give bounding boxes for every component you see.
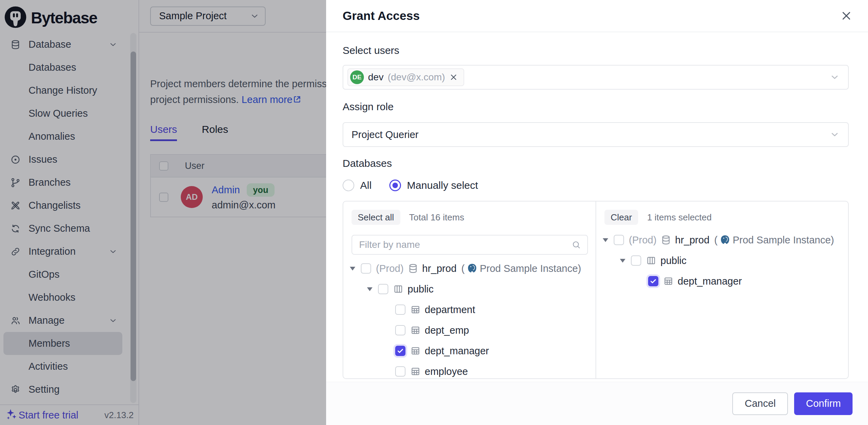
select-all-button[interactable]: Select all [352, 210, 400, 225]
node-label: dept_manager [425, 345, 489, 357]
node-label: dept_manager [678, 276, 742, 287]
chevron-down-icon [830, 129, 840, 140]
radio-option-manually-select[interactable]: Manually select [389, 180, 478, 191]
selected-items-label: 1 items selected [647, 212, 712, 223]
modal-header: Grant Access [326, 0, 868, 32]
environment-label: (Prod) [629, 234, 657, 246]
user-chip: DE dev (dev@x.com) [347, 68, 464, 86]
assign-role-label: Assign role [343, 101, 849, 113]
modal-body: Select users DE dev (dev@x.com) Assign r… [326, 32, 868, 379]
checkbox[interactable] [361, 263, 371, 274]
checkbox[interactable] [395, 305, 405, 315]
source-node-dept-manager[interactable]: dept_manager [343, 341, 596, 361]
checkbox[interactable] [614, 235, 624, 245]
source-node-dept-emp[interactable]: dept_emp [343, 320, 596, 341]
checkbox[interactable] [395, 325, 405, 335]
transfer-source-panel: Select all Total 16 items (Prod)hr_prod(… [343, 202, 596, 378]
table-icon [663, 276, 674, 286]
node-label: public [660, 255, 687, 266]
caret-down-icon[interactable] [603, 238, 611, 242]
filter-input[interactable] [359, 239, 571, 250]
source-tree: (Prod)hr_prod(Prod Sample Instance)publi… [343, 258, 596, 378]
database-transfer-panel: Select all Total 16 items (Prod)hr_prod(… [343, 201, 849, 379]
chevron-down-icon [830, 72, 840, 82]
checkbox[interactable] [395, 346, 405, 356]
transfer-target-panel: Clear 1 items selected (Prod)hr_prod(Pro… [596, 202, 848, 378]
source-node-department[interactable]: department [343, 299, 596, 320]
avatar: DE [350, 70, 364, 84]
radio-option-all[interactable]: All [343, 180, 371, 191]
radio-icon[interactable] [389, 180, 401, 191]
table-icon [410, 325, 421, 335]
assign-role-select[interactable]: Project Querier [343, 122, 849, 147]
instance-label: (Prod Sample Instance) [714, 234, 834, 246]
total-items-label: Total 16 items [409, 212, 464, 223]
postgresql-icon [720, 234, 731, 245]
checkbox[interactable] [648, 276, 658, 286]
close-icon[interactable] [840, 9, 853, 22]
source-node-hr-prod[interactable]: (Prod)hr_prod(Prod Sample Instance) [343, 258, 596, 279]
grant-access-modal: Grant Access Select users DE dev (dev@x.… [326, 0, 868, 425]
schema-icon [646, 255, 656, 266]
environment-label: (Prod) [376, 263, 404, 274]
select-users-input[interactable]: DE dev (dev@x.com) [343, 65, 849, 90]
clear-button[interactable]: Clear [604, 210, 638, 225]
node-label: employee [425, 366, 468, 377]
caret-down-icon[interactable] [367, 287, 375, 291]
node-label: hr_prod [675, 234, 710, 246]
filter-input-wrapper [352, 235, 588, 255]
confirm-button[interactable]: Confirm [794, 392, 853, 415]
table-icon [410, 366, 421, 377]
checkbox[interactable] [395, 366, 405, 377]
chip-email: (dev@x.com) [388, 72, 445, 83]
select-users-label: Select users [343, 45, 849, 56]
node-label: department [425, 304, 475, 315]
caret-down-icon[interactable] [620, 259, 628, 263]
postgresql-icon [467, 263, 478, 274]
target-node-hr-prod[interactable]: (Prod)hr_prod(Prod Sample Instance) [596, 230, 848, 250]
radio-label: Manually select [407, 180, 478, 191]
source-node-public[interactable]: public [343, 279, 596, 299]
radio-label: All [360, 180, 371, 191]
assign-role-value: Project Querier [347, 129, 419, 140]
target-node-public[interactable]: public [596, 250, 848, 271]
caret-down-icon[interactable] [350, 267, 358, 271]
modal-title: Grant Access [343, 9, 420, 23]
table-icon [410, 305, 421, 315]
remove-chip-icon[interactable] [449, 73, 458, 82]
radio-icon[interactable] [343, 180, 354, 191]
search-icon [571, 240, 581, 250]
database-icon [408, 263, 418, 274]
source-node-employee[interactable]: employee [343, 361, 596, 378]
node-label: public [408, 284, 434, 295]
target-node-dept-manager[interactable]: dept_manager [596, 271, 848, 291]
instance-label: (Prod Sample Instance) [461, 263, 581, 274]
checkbox[interactable] [378, 284, 388, 294]
target-tree: (Prod)hr_prod(Prod Sample Instance)publi… [596, 230, 848, 291]
checkbox[interactable] [631, 255, 641, 266]
node-label: dept_emp [425, 325, 469, 336]
databases-label: Databases [343, 158, 849, 169]
database-scope-radios: All Manually select [343, 180, 849, 191]
node-label: hr_prod [422, 263, 457, 274]
table-icon [410, 346, 421, 356]
cancel-button[interactable]: Cancel [732, 392, 788, 415]
schema-icon [393, 284, 403, 294]
database-icon [661, 235, 671, 245]
chip-name: dev [368, 72, 383, 83]
modal-footer: Cancel Confirm [326, 382, 868, 425]
